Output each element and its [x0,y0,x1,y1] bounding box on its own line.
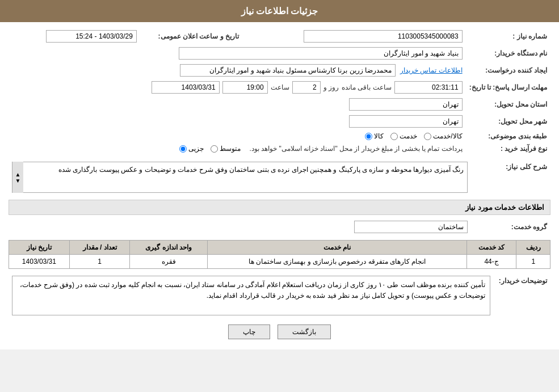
cell-service-name: انجام کارهای متفرقه درخصوص بازسازی و بهس… [208,255,467,269]
contact-link[interactable]: اطلاعات تماس خریدار [400,66,463,74]
col-date: تاریخ نیاز [9,241,70,255]
days-label: روز و [323,83,339,91]
process-type-jozi[interactable]: جزیی [179,145,204,153]
buyer-org-value: بنیاد شهید و امور ایثارگران [9,45,466,62]
col-row-num: ردیف [516,241,550,255]
creator-label: ایجاد کننده درخواست: [466,62,550,79]
services-table: ردیف کد خدمت نام خدمت واحد اندازه گیری ت… [9,240,550,269]
deadline-date-input: 1403/03/31 [152,81,220,94]
province-value: تهران [9,96,466,113]
category-option-kala[interactable]: کالا [365,132,384,140]
province-label: استان محل تحویل: [466,96,550,113]
desc-textarea[interactable]: رنگ آمیزی دیوارها محوطه و سازه ی پارکینگ… [12,162,468,193]
remaining-time-label: ساعت باقی مانده [342,83,392,91]
service-group-value: ساختمان [9,218,471,235]
deadline-time-input: 19:00 [222,81,268,94]
need-number-value: 1103005345000083 [242,28,466,45]
col-quantity: تعداد / مقدار [69,241,130,255]
time-label: ساعت [271,83,289,91]
buyer-notes-cell: تأمین کننده برنده موظف است طی ۱۰ روز کار… [9,273,494,318]
buyer-notes-text: تأمین کننده برنده موظف است طی ۱۰ روز کار… [12,276,490,315]
announce-date-value: 1403/03/29 - 15:24 [9,28,140,45]
remaining-time-input: 02:31:11 [394,81,463,94]
need-number-label: شماره نیاز : [466,28,550,45]
page-title: جزئیات اطلاعات نیاز [241,6,318,16]
category-label: طبقه بندی موضوعی: [466,130,550,142]
buyer-org-label: نام دستگاه خریدار: [466,45,550,62]
city-label: شهر محل تحویل: [466,113,550,130]
desc-cell: رنگ آمیزی دیوارها محوطه و سازه ی پارکینگ… [9,159,471,195]
cell-unit: فقره [130,255,208,269]
buyer-notes-label: توضیحات خریدار: [494,273,550,318]
announce-date-label: تاریخ و ساعت اعلان عمومی: [140,28,242,45]
city-input: تهران [349,115,463,128]
page-header: جزئیات اطلاعات نیاز [0,0,559,22]
cell-quantity: 1 [69,255,130,269]
category-option-khedmat[interactable]: خدمت [390,132,417,140]
creator-row: اطلاعات تماس خریدار محمدرضا زرین برنا کا… [9,62,466,79]
buyer-org-input: بنیاد شهید و امور ایثارگران [179,47,463,60]
cell-service-code: ج-44 [466,255,516,269]
services-section-title: اطلاعات خدمات مورد نیاز [9,200,550,215]
service-group-label: گروه خدمت: [471,218,550,235]
need-number-input: 1103005345000083 [304,30,463,43]
process-type-label: نوع فرآیند خرید : [466,142,550,155]
print-button[interactable]: چاپ [228,324,270,339]
city-value: تهران [9,113,466,130]
service-group-input: ساختمان [354,221,468,233]
desc-label: شرح کلی نیاز: [471,159,550,195]
deadline-row: 02:31:11 ساعت باقی مانده روز و 2 ساعت 19… [9,79,466,96]
table-row: 1 ج-44 انجام کارهای متفرقه درخصوص بازساز… [9,255,550,269]
announce-date-input: 1403/03/29 - 15:24 [46,30,137,43]
col-unit: واحد اندازه گیری [130,241,208,255]
col-service-code: کد خدمت [466,241,516,255]
desc-scroll-arrows[interactable]: ▲ ▼ [12,162,23,193]
send-deadline-label: مهلت ارسال پاسخ: تا تاریخ: [466,79,550,96]
buttons-row: بازگشت چاپ [9,324,550,339]
col-service-name: نام خدمت [208,241,467,255]
cell-date: 1403/03/31 [9,255,70,269]
days-input: 2 [292,81,321,94]
province-input: تهران [349,98,463,111]
category-row: کالا/خدمت خدمت کالا [9,130,466,142]
category-option-kala-khedmat[interactable]: کالا/خدمت [424,132,462,140]
creator-input: محمدرضا زرین برنا کارشناس مسئول بنیاد شه… [180,64,396,77]
cell-row-num: 1 [516,255,550,269]
back-button[interactable]: بازگشت [278,324,331,339]
process-type-row: پرداخت تمام یا بخشی از مبلغ خریدار از مح… [9,142,466,155]
process-note: پرداخت تمام یا بخشی از مبلغ خریدار از مح… [249,145,462,153]
process-type-motovaset[interactable]: متوسط [211,145,241,153]
